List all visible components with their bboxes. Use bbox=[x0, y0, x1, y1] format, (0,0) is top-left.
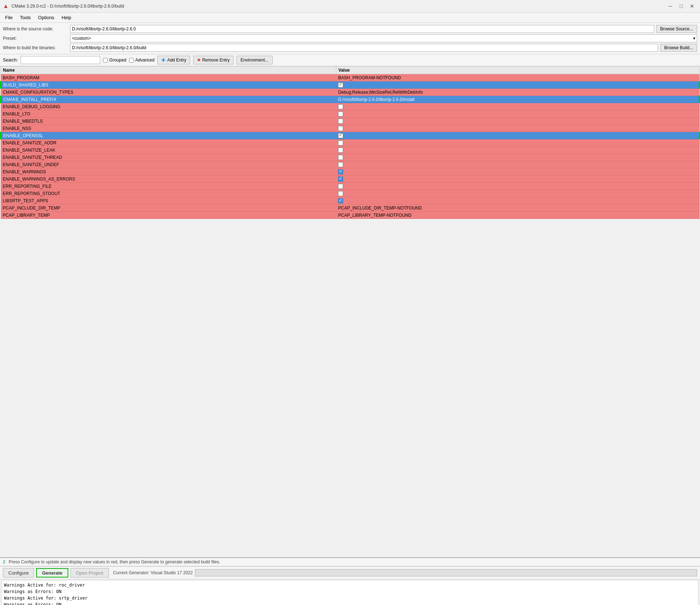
checkbox-cell[interactable] bbox=[338, 126, 343, 131]
table-row[interactable]: ENABLE_SANITIZE_LEAK bbox=[1, 147, 700, 154]
cell-value[interactable] bbox=[336, 147, 699, 154]
grouped-checkbox[interactable] bbox=[103, 58, 108, 63]
source-row: Where is the source code: Browse Source.… bbox=[3, 25, 697, 33]
environment-label: Environment... bbox=[240, 58, 268, 63]
cell-value[interactable]: ✓ bbox=[336, 175, 699, 183]
cell-value[interactable] bbox=[336, 154, 699, 161]
cell-value[interactable] bbox=[336, 118, 699, 125]
content-wrapper: Name Value BASH_PROGRAMBASH_PROGRAM-NOTF… bbox=[0, 66, 700, 605]
open-project-button[interactable]: Open Project bbox=[71, 568, 109, 578]
table-row[interactable]: ERR_REPORTING_FILE bbox=[1, 183, 700, 190]
checkbox-cell[interactable]: ✓ bbox=[338, 169, 343, 174]
table-row[interactable]: ENABLE_NSS bbox=[1, 125, 700, 132]
advanced-checkbox[interactable] bbox=[129, 58, 134, 63]
checkbox-cell[interactable]: ✓ bbox=[338, 198, 343, 203]
table-row[interactable]: ENABLE_WARNINGS_AS_ERRORS✓ bbox=[1, 175, 700, 183]
cell-value: Debug;Release;MinSizeRel;RelWithDebInfo bbox=[336, 89, 699, 96]
cell-value[interactable]: ✓ bbox=[336, 132, 699, 139]
cell-name: ENABLE_WARNINGS_AS_ERRORS bbox=[1, 175, 336, 183]
table-row[interactable]: LIBSRTP_TEST_APPS✓ bbox=[1, 197, 700, 204]
cell-name: ERR_REPORTING_STDOUT bbox=[1, 190, 336, 197]
menu-help[interactable]: Help bbox=[58, 13, 75, 22]
table-row[interactable]: ERR_REPORTING_STDOUT bbox=[1, 190, 700, 197]
table-row[interactable]: ENABLE_LTO bbox=[1, 110, 700, 118]
checkbox-cell[interactable] bbox=[338, 162, 343, 167]
table-row[interactable]: ENABLE_SANITIZE_UNDEF bbox=[1, 161, 700, 168]
table-row[interactable]: ENABLE_SANITIZE_ADDR bbox=[1, 139, 700, 147]
step2-indicator: 2 bbox=[3, 559, 5, 564]
log-area[interactable]: Warnings Active for: roc_driverWarnings … bbox=[1, 580, 699, 605]
cell-value[interactable]: ✓ bbox=[336, 197, 699, 204]
configure-button[interactable]: Configure bbox=[3, 568, 34, 578]
preset-label: Preset: bbox=[3, 36, 68, 41]
browse-source-button[interactable]: Browse Source... bbox=[656, 25, 697, 33]
generate-button[interactable]: Generate bbox=[36, 568, 68, 578]
cell-value[interactable]: ✓ bbox=[336, 81, 699, 89]
add-entry-button[interactable]: ✚ Add Entry bbox=[157, 56, 190, 64]
cell-name: BASH_PROGRAM bbox=[1, 74, 336, 81]
source-input[interactable] bbox=[70, 25, 654, 33]
table-row[interactable]: PCAP_LIBRARY_TEMPPCAP_LIBRARY_TEMP-NOTFO… bbox=[1, 212, 700, 219]
cell-value[interactable] bbox=[336, 183, 699, 190]
checkbox-cell[interactable] bbox=[338, 111, 343, 117]
checkbox-cell[interactable]: ✓ bbox=[338, 177, 343, 182]
search-input[interactable] bbox=[21, 56, 100, 64]
cell-value[interactable] bbox=[336, 161, 699, 168]
cell-value[interactable] bbox=[336, 110, 699, 118]
build-input[interactable] bbox=[70, 44, 658, 52]
menu-options[interactable]: Options bbox=[34, 13, 58, 22]
table-row[interactable]: ENABLE_SANITIZE_THREAD bbox=[1, 154, 700, 161]
cell-name: CMAKE_CONFIGURATION_TYPES bbox=[1, 89, 336, 96]
table-row[interactable]: ENABLE_WARNINGS✓ bbox=[1, 168, 700, 175]
cell-name: ENABLE_WARNINGS bbox=[1, 168, 336, 175]
menu-tools[interactable]: Tools bbox=[16, 13, 34, 22]
cell-value[interactable] bbox=[336, 139, 699, 147]
log-line: Warnings Active for: srtp_driver bbox=[4, 595, 696, 601]
remove-icon: ✖ bbox=[197, 58, 201, 63]
cell-name: ENABLE_SANITIZE_ADDR bbox=[1, 139, 336, 147]
cell-name: ENABLE_SANITIZE_UNDEF bbox=[1, 161, 336, 168]
checkbox-cell[interactable] bbox=[338, 104, 343, 109]
cell-name: ENABLE_LTO bbox=[1, 110, 336, 118]
cell-name: ENABLE_SANITIZE_LEAK bbox=[1, 147, 336, 154]
minimize-button[interactable]: ─ bbox=[665, 2, 675, 10]
table-row[interactable]: ENABLE_OPENSSL✓ bbox=[1, 132, 700, 139]
log-line: Warnings as Errors: ON bbox=[4, 601, 696, 605]
cell-value[interactable] bbox=[336, 125, 699, 132]
table-scroll[interactable]: Name Value BASH_PROGRAMBASH_PROGRAM-NOTF… bbox=[0, 66, 700, 557]
environment-button[interactable]: Environment... bbox=[236, 56, 272, 64]
status-bar: 2 Press Configure to update and display … bbox=[0, 558, 700, 566]
cell-name: ERR_REPORTING_FILE bbox=[1, 183, 336, 190]
checkbox-cell[interactable]: ✓ bbox=[338, 133, 343, 138]
table-row[interactable]: PCAP_INCLUDE_DIR_TEMPPCAP_INCLUDE_DIR_TE… bbox=[1, 204, 700, 212]
cell-value: PCAP_LIBRARY_TEMP-NOTFOUND bbox=[336, 212, 699, 219]
window-controls: ─ □ ✕ bbox=[665, 2, 697, 10]
menu-file[interactable]: File bbox=[1, 13, 16, 22]
remove-entry-button[interactable]: ✖ Remove Entry bbox=[193, 56, 234, 64]
table-row[interactable]: CMAKE_CONFIGURATION_TYPESDebug;Release;M… bbox=[1, 89, 700, 96]
cell-name: ENABLE_OPENSSL bbox=[1, 132, 336, 139]
checkbox-cell[interactable] bbox=[338, 184, 343, 189]
search-row: Search: Grouped Advanced ✚ Add Entry ✖ R… bbox=[0, 54, 700, 66]
browse-build-button[interactable]: Browse Build... bbox=[660, 44, 697, 52]
table-row[interactable]: BASH_PROGRAMBASH_PROGRAM-NOTFOUND bbox=[1, 74, 700, 81]
checkbox-cell[interactable] bbox=[338, 119, 343, 124]
close-button[interactable]: ✕ bbox=[687, 2, 697, 10]
cell-value[interactable] bbox=[336, 103, 699, 110]
checkbox-cell[interactable] bbox=[338, 148, 343, 153]
cell-name: PCAP_LIBRARY_TEMP bbox=[1, 212, 336, 219]
table-row[interactable]: ENABLE_DEBUG_LOGGING bbox=[1, 103, 700, 110]
table-body: BASH_PROGRAMBASH_PROGRAM-NOTFOUNDBUILD_S… bbox=[1, 74, 700, 219]
maximize-button[interactable]: □ bbox=[676, 2, 686, 10]
checkbox-cell[interactable]: ✓ bbox=[338, 82, 343, 88]
table-row[interactable]: BUILD_SHARED_LIBS✓ bbox=[1, 81, 700, 89]
table-row[interactable]: ENABLE_MBEDTLS bbox=[1, 118, 700, 125]
grouped-checkbox-group: Grouped bbox=[103, 58, 126, 63]
checkbox-cell[interactable] bbox=[338, 191, 343, 196]
checkbox-cell[interactable] bbox=[338, 140, 343, 145]
table-row[interactable]: CMAKE_INSTALL_PREFIXD:/n/soft/libsrtp-2.… bbox=[1, 96, 700, 103]
cell-value[interactable]: ✓ bbox=[336, 168, 699, 175]
cell-value[interactable] bbox=[336, 190, 699, 197]
preset-combo[interactable]: <custom> ▾ bbox=[70, 34, 697, 42]
checkbox-cell[interactable] bbox=[338, 155, 343, 160]
